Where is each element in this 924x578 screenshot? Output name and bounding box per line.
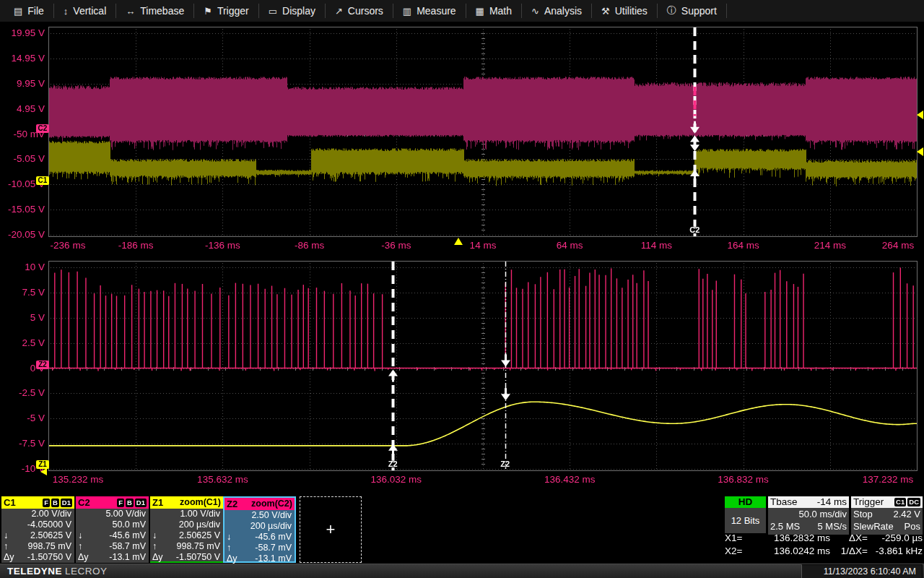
v-axis-label: -20.05 V xyxy=(0,230,45,240)
vertical-icon: ↕ xyxy=(64,6,69,17)
trigger-level-marker-icon[interactable] xyxy=(917,111,923,119)
t-axis-label: -186 ms xyxy=(118,240,154,251)
v-axis-label: -2.5 V xyxy=(0,388,45,398)
t-axis-label: 137.232 ms xyxy=(863,474,914,485)
add-trace-box[interactable]: + xyxy=(300,496,362,563)
descriptor-row: Δy-13.1 mV xyxy=(225,553,295,564)
x2-value: 136.0242 ms xyxy=(751,545,830,558)
menu-item-label: Measure xyxy=(417,5,456,17)
descriptor-row: ↓-45.6 mV xyxy=(76,530,149,541)
menu-item-utilities[interactable]: ⚒Utilities xyxy=(592,0,657,22)
invdx-label: 1/ΔX= xyxy=(830,545,868,558)
menu-item-label: Math xyxy=(489,5,512,17)
trace-descriptor-c2[interactable]: C2FBD15.00 V/div50.0 mV↓-45.6 mV↑-58.7 m… xyxy=(76,496,149,563)
hd-resolution-box[interactable]: HD 12 Bits xyxy=(725,496,766,533)
trace-descriptor-z2[interactable]: Z2zoom(C2)2.50 V/div200 µs/div↓-45.6 mV↑… xyxy=(223,496,296,563)
trigger-level: 2.42 V xyxy=(893,509,920,521)
status-bar: TELEDYNELECROY 11/13/2023 6:10:40 AM xyxy=(0,564,924,578)
trace-tag: C1 xyxy=(4,496,16,509)
descriptor-badge-d1: D1 xyxy=(135,499,147,507)
zoom-grid-canvas[interactable] xyxy=(49,262,917,470)
x2-label: X2= xyxy=(725,545,751,558)
row-prefix: Δy xyxy=(152,552,163,563)
utilities-icon: ⚒ xyxy=(601,6,610,17)
tbase-label: Tbase xyxy=(770,496,798,508)
brand-lecroy: LECROY xyxy=(65,566,108,577)
channel-zero-marker-c2[interactable]: C2 xyxy=(36,124,49,133)
datetime-display[interactable]: 11/13/2023 6:10:40 AM xyxy=(801,564,923,578)
descriptor-row: 2.50 V/div xyxy=(225,510,295,521)
row-prefix: ↓ xyxy=(152,530,157,541)
menu-item-support[interactable]: ⓘSupport xyxy=(658,0,726,22)
tbase-rate: 5 MS/s xyxy=(818,521,847,533)
invdx-value: -3.861 kHz xyxy=(868,545,923,558)
v-axis-label: -50 mV xyxy=(0,129,45,139)
t-axis-label: 214 ms xyxy=(814,240,846,251)
trace-descriptor-z1[interactable]: Z1zoom(C1)1.00 V/div200 µs/div↓2.50625 V… xyxy=(150,496,223,563)
menu-item-vertical[interactable]: ↕Vertical xyxy=(54,0,116,22)
trigger-mode: Stop xyxy=(853,509,873,521)
support-icon: ⓘ xyxy=(667,4,676,17)
menu-item-label: File xyxy=(27,5,44,17)
v-axis-label: 7.5 V xyxy=(0,288,45,298)
brand-logo: TELEDYNELECROY xyxy=(7,566,108,577)
measure-icon: ▥ xyxy=(403,6,411,17)
descriptor-header: Z2zoom(C2) xyxy=(225,498,295,510)
descriptor-badge-b: B xyxy=(126,499,134,507)
zoom-source-label: zoom(C2) xyxy=(251,498,292,510)
t-axis-label: -86 ms xyxy=(295,240,324,251)
row-value: -1.50750 V xyxy=(27,552,71,563)
main-grid[interactable] xyxy=(48,27,918,237)
channel-zero-marker-z1[interactable]: Z1 xyxy=(36,460,49,469)
badge-group: FBD1 xyxy=(116,499,147,507)
row-prefix: ↑ xyxy=(78,541,82,552)
menu-item-analysis[interactable]: ∿Analysis xyxy=(522,0,591,22)
trace-tag: C2 xyxy=(78,496,90,509)
timebase-box[interactable]: Tbase -14 ms 50.0 ms/div 2.5 MS 5 MS/s xyxy=(768,496,849,535)
row-value: -13.1 mV xyxy=(109,552,146,563)
row-value: -45.6 mV xyxy=(109,530,146,541)
descriptor-row: 5.00 V/div xyxy=(76,509,149,519)
main-grid-canvas[interactable] xyxy=(49,27,917,236)
t-axis-label: 136.832 ms xyxy=(718,474,769,485)
t-axis-label: 264 ms xyxy=(882,240,914,251)
descriptor-row: Δy-1.50750 V xyxy=(150,552,223,563)
row-value: 998.75 mV xyxy=(28,541,71,552)
trace-descriptor-c1[interactable]: C1FBD12.00 V/div-4.05000 V↓2.50625 V↑998… xyxy=(1,496,74,563)
menu-item-display[interactable]: ▭Display xyxy=(259,0,325,22)
menu-item-measure[interactable]: ▥Measure xyxy=(393,0,466,22)
menu-item-file[interactable]: ▤File xyxy=(4,0,53,22)
trigger-coupling-badge: DC xyxy=(907,498,920,506)
v-axis-label: -10.05 V xyxy=(0,179,45,189)
row-prefix: ↑ xyxy=(152,541,157,552)
t-axis-label: 114 ms xyxy=(641,240,672,251)
tbase-samples: 2.5 MS xyxy=(770,521,800,533)
descriptor-row: Δy-13.1 mV xyxy=(76,552,149,563)
trigger-level-marker-icon[interactable] xyxy=(917,147,923,156)
trigger-time-marker-icon[interactable] xyxy=(454,238,463,245)
v-axis-label: 5 V xyxy=(0,313,45,323)
hd-bits: 12 Bits xyxy=(731,515,760,526)
descriptor-row: Δy-1.50750 V xyxy=(1,552,74,563)
menu-item-label: Timebase xyxy=(140,5,184,17)
menu-item-math[interactable]: ▦Math xyxy=(466,0,521,22)
row-value: 5.00 V/div xyxy=(105,509,146,519)
row-prefix: ↑ xyxy=(4,541,8,552)
menu-item-label: Cursors xyxy=(348,5,383,17)
trigger-box[interactable]: Trigger C1 DC Stop 2.42 V SlewRate Pos xyxy=(851,496,923,535)
x1-label: X1= xyxy=(725,532,751,545)
zoom-grid[interactable] xyxy=(48,261,918,471)
descriptor-header: C1FBD1 xyxy=(1,496,74,509)
channel-zero-marker-z2[interactable]: Z2 xyxy=(36,361,49,369)
menu-item-trigger[interactable]: ⚑Trigger xyxy=(194,0,258,22)
row-prefix: Δy xyxy=(227,553,237,564)
trigger-offscreen-left-icon[interactable] xyxy=(40,468,47,475)
row-value: -58.7 mV xyxy=(255,543,292,553)
descriptor-badge-b: B xyxy=(51,499,59,507)
descriptor-header: C2FBD1 xyxy=(76,496,149,509)
menu-item-timebase[interactable]: ↔Timebase xyxy=(116,0,193,22)
channel-zero-marker-c1[interactable]: C1 xyxy=(36,176,49,185)
descriptor-badge-f: F xyxy=(43,499,50,507)
menu-item-cursors[interactable]: ↗Cursors xyxy=(326,0,393,22)
t-axis-label: 14 ms xyxy=(470,240,497,251)
